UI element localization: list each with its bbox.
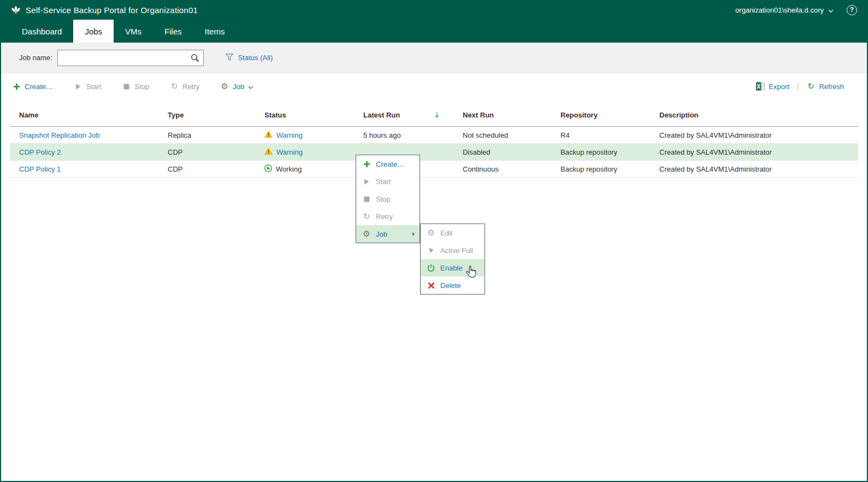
main-tabs: Dashboard Jobs VMs Files Items [1, 20, 867, 43]
delete-x-icon [427, 282, 435, 289]
context-menu-item-stop[interactable]: Stop [356, 190, 420, 208]
jobs-table: Name Type Status Latest Run ↓ Next Run R… [10, 104, 858, 178]
context-menu-item-create[interactable]: Create… [356, 155, 420, 173]
filter-funnel-icon [226, 54, 233, 62]
status-filter[interactable]: Status (All) [226, 54, 273, 62]
column-header-next-run[interactable]: Next Run [463, 111, 560, 119]
refresh-label: Refresh [819, 83, 844, 91]
next-run-cell: Disabled [463, 148, 560, 156]
menu-item-label: Active Full [440, 246, 473, 255]
start-label: Start [86, 83, 101, 91]
warning-icon [264, 148, 273, 156]
status-cell: Working [264, 164, 363, 174]
retry-label: Retry [182, 83, 199, 91]
self-service-backup-portal: Self-Service Backup Portal for Organizat… [0, 0, 868, 482]
working-icon [264, 164, 272, 174]
job-submenu: ⚙ Edit Active Full Enable Delete [420, 224, 485, 295]
context-menu-item-start[interactable]: Start [356, 173, 420, 190]
top-header: Self-Service Backup Portal for Organizat… [1, 0, 867, 20]
submenu-item-delete[interactable]: Delete [421, 277, 485, 294]
help-button[interactable]: ? [847, 5, 857, 15]
play-icon [74, 83, 82, 90]
veeam-logo-icon [11, 5, 21, 14]
column-header-name[interactable]: Name [19, 111, 168, 119]
submenu-item-active-full[interactable]: Active Full [421, 242, 485, 259]
tab-items[interactable]: Items [193, 20, 237, 43]
menu-item-label: Start [376, 178, 391, 186]
filter-bar: Job name: Status (All) [1, 43, 867, 73]
job-type-cell: Replica [168, 131, 264, 139]
refresh-icon: ↻ [806, 83, 815, 91]
page-title: Self-Service Backup Portal for Organizat… [26, 5, 198, 15]
toolbar-divider: | [797, 82, 799, 91]
context-menu-item-retry[interactable]: ↻ Retry [356, 208, 420, 225]
column-header-repository[interactable]: Repository [560, 111, 659, 119]
description-cell: Created by SAL4VM1\Administrator [659, 148, 858, 156]
tab-dashboard[interactable]: Dashboard [10, 20, 73, 43]
stop-icon [122, 84, 131, 90]
latest-run-cell: 5 hours ago [363, 131, 463, 139]
tab-jobs[interactable]: Jobs [73, 20, 114, 43]
jobs-toolbar: Create… Start Stop ↻ Retry ⚙ Job [1, 73, 867, 99]
gear-icon: ⚙ [362, 230, 371, 238]
job-name-link[interactable]: CDP Policy 1 [19, 165, 168, 173]
job-name-label: Job name: [19, 54, 52, 62]
create-button[interactable]: Create… [12, 83, 53, 91]
plus-icon [362, 161, 371, 168]
table-row[interactable]: CDP Policy 1 CDP Working Continuous Back… [10, 161, 858, 178]
job-name-searchbox [57, 50, 204, 66]
table-row[interactable]: Snapshot Replication Job Replica Warning… [10, 127, 858, 144]
warning-icon [264, 131, 273, 139]
description-cell: Created by SAL4VM1\Administrator [659, 131, 858, 139]
export-button[interactable]: Export [756, 82, 789, 91]
toolbar-right: Export | ↻ Refresh [756, 82, 844, 91]
context-menu: Create… Start Stop ↻ Retry ⚙ Job [356, 155, 420, 243]
submenu-item-edit[interactable]: ⚙ Edit [421, 224, 485, 242]
gear-icon: ⚙ [220, 83, 229, 91]
job-name-link[interactable]: CDP Policy 2 [19, 148, 168, 156]
job-name-link[interactable]: Snapshot Replication Job [19, 131, 168, 139]
menu-item-label: Edit [440, 229, 452, 237]
submenu-arrow-icon [412, 232, 415, 237]
column-header-status[interactable]: Status [264, 111, 363, 119]
retry-button[interactable]: ↻ Retry [170, 83, 199, 91]
submenu-item-enable[interactable]: Enable [421, 259, 485, 277]
job-menu-button[interactable]: ⚙ Job [220, 83, 253, 91]
plus-icon [12, 83, 21, 90]
status-label: Working [276, 165, 302, 173]
column-header-type[interactable]: Type [168, 111, 264, 119]
next-run-cell: Not scheduled [463, 131, 560, 139]
user-menu[interactable]: organization01\sheila.d.cory [735, 6, 834, 14]
search-icon[interactable] [191, 54, 199, 64]
create-label: Create… [25, 83, 53, 91]
status-cell: Warning [264, 148, 363, 156]
repository-cell: Backup repository [560, 165, 659, 173]
status-cell: Warning [264, 131, 363, 139]
status-link[interactable]: Warning [276, 148, 303, 156]
chevron-down-icon [248, 83, 253, 91]
menu-item-label: Job [376, 230, 387, 238]
start-button[interactable]: Start [74, 83, 101, 91]
stop-button[interactable]: Stop [122, 83, 150, 91]
column-header-description[interactable]: Description [659, 111, 858, 119]
refresh-button[interactable]: ↻ Refresh [806, 83, 844, 91]
chevron-down-icon [828, 6, 834, 14]
retry-icon: ↻ [362, 213, 371, 221]
context-menu-item-job[interactable]: ⚙ Job [356, 225, 420, 243]
menu-item-label: Delete [440, 281, 461, 290]
latest-run-label: Latest Run [363, 111, 400, 119]
user-name: organization01\sheila.d.cory [735, 6, 824, 14]
repository-cell: R4 [560, 131, 659, 139]
active-full-icon [427, 247, 435, 254]
status-link[interactable]: Warning [276, 131, 303, 139]
job-type-cell: CDP [168, 165, 264, 173]
tab-vms[interactable]: VMs [114, 20, 153, 43]
description-cell: Created by SAL4VM1\Administrator [659, 165, 858, 173]
job-name-input[interactable] [57, 50, 204, 66]
tab-files[interactable]: Files [153, 20, 193, 43]
table-row-selected[interactable]: CDP Policy 2 CDP Warning Disabled Backup… [10, 144, 858, 161]
export-label: Export [769, 83, 789, 91]
menu-item-label: Enable [440, 264, 462, 272]
column-header-latest-run[interactable]: Latest Run ↓ [363, 111, 463, 119]
retry-icon: ↻ [170, 83, 179, 91]
